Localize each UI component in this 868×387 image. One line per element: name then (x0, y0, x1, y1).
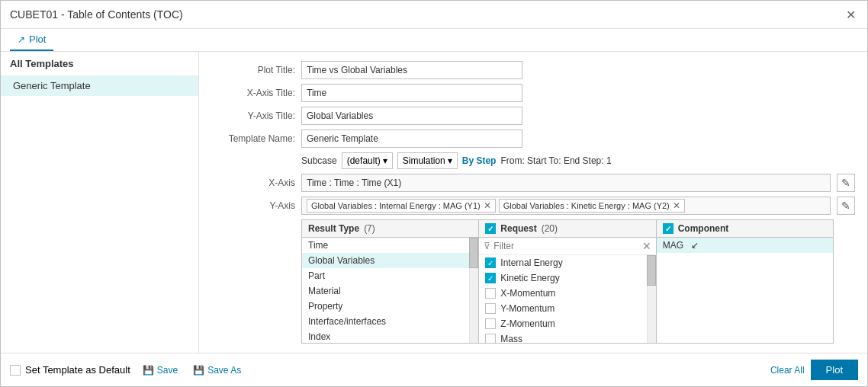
footer-row: Set Template as Default 💾 Save 💾 Save As… (1, 353, 867, 386)
yaxis-title-row: Y-Axis Title: (211, 107, 855, 125)
template-name-input[interactable] (301, 130, 522, 148)
result-type-item-time[interactable]: Time (302, 238, 478, 253)
xaxis-row: X-Axis Time : Time : Time (X1) ✎ (211, 174, 855, 192)
xaxis-value-box: Time : Time : Time (X1) (301, 174, 831, 192)
request-item-x-momentum[interactable]: X-Momentum (479, 286, 655, 301)
yaxis-label: Y-Axis (211, 200, 295, 211)
yaxis-row: Y-Axis Global Variables : Internal Energ… (211, 197, 855, 215)
request-list: Internal Energy Kinetic Energy X-Momentu… (479, 255, 655, 343)
from-step-label: From: Start To: End Step: 1 (500, 155, 611, 166)
template-name-label: Template Name: (211, 133, 295, 144)
set-default-row: Set Template as Default (10, 364, 130, 376)
xaxis-label: X-Axis (211, 178, 295, 188)
internal-energy-checkbox[interactable] (485, 257, 496, 268)
y-momentum-checkbox[interactable] (485, 303, 496, 314)
result-type-item-property[interactable]: Property (302, 299, 478, 314)
request-item-mass[interactable]: Mass (479, 331, 655, 343)
yaxis-edit-button[interactable]: ✎ (837, 197, 855, 215)
dialog-title: CUBET01 - Table of Contents (TOC) (10, 8, 183, 21)
footer-right: Clear All Plot (770, 360, 858, 380)
chevron-down-icon: ▾ (383, 155, 387, 166)
xaxis-title-label: X-Axis Title: (211, 88, 295, 98)
z-momentum-checkbox[interactable] (485, 318, 496, 329)
tab-plot-label: Plot (29, 34, 46, 45)
subcase-label: Subcase (301, 155, 337, 166)
lists-row: Result Type (7) Time Global Variables Pa… (301, 219, 834, 344)
xaxis-value: Time : Time : Time (X1) (307, 178, 401, 188)
request-item-internal-energy[interactable]: Internal Energy (479, 255, 655, 270)
template-name-row: Template Name: (211, 130, 855, 148)
sidebar: All Templates Generic Template (1, 52, 199, 353)
request-panel: Request (20) ⊽ ✕ Internal Energy (479, 220, 656, 343)
request-count: (20) (542, 223, 558, 234)
yaxis-tag-y2-close[interactable]: ✕ (673, 200, 680, 211)
component-title: Component (678, 223, 729, 234)
result-type-item-interface-interfaces[interactable]: Interface/interfaces (302, 314, 478, 329)
request-item-y-momentum[interactable]: Y-Momentum (479, 301, 655, 316)
subcase-row: Subcase (default) ▾ Simulation ▾ By Step… (301, 152, 855, 169)
result-type-item-index[interactable]: Index (302, 329, 478, 343)
content-area: All Templates Generic Template Plot Titl… (1, 52, 867, 353)
dialog-titlebar: CUBET01 - Table of Contents (TOC) ✕ (1, 1, 867, 29)
yaxis-tag-y1: Global Variables : Internal Energy : MAG… (307, 199, 496, 213)
result-type-item-global-variables[interactable]: Global Variables (302, 253, 478, 268)
footer-left: Set Template as Default 💾 Save 💾 Save As (10, 363, 244, 377)
xaxis-title-row: X-Axis Title: (211, 84, 855, 102)
component-select-all-checkbox[interactable] (663, 223, 674, 234)
result-type-item-material[interactable]: Material (302, 283, 478, 299)
component-list: MAG ↙ (657, 238, 833, 343)
yaxis-tag-y2: Global Variables : Kinetic Energy : MAG … (499, 199, 685, 213)
component-panel: Component MAG ↙ (657, 220, 833, 343)
kinetic-energy-checkbox[interactable] (485, 273, 496, 283)
subcase-dropdown[interactable]: (default) ▾ (342, 152, 393, 169)
cursor-icon: ↙ (691, 240, 699, 251)
set-default-checkbox[interactable] (10, 365, 21, 376)
save-icon: 💾 (143, 365, 154, 376)
yaxis-tag-y2-label: Global Variables : Kinetic Energy : MAG … (503, 201, 670, 210)
plot-title-row: Plot Title: (211, 61, 855, 79)
yaxis-tag-y1-close[interactable]: ✕ (484, 200, 491, 211)
yaxis-title-input[interactable] (301, 107, 522, 125)
result-type-panel: Result Type (7) Time Global Variables Pa… (302, 220, 479, 343)
component-item-mag[interactable]: MAG ↙ (657, 238, 833, 253)
mass-checkbox[interactable] (485, 334, 496, 343)
tab-bar: ↗ Plot (1, 29, 867, 52)
set-default-label: Set Template as Default (25, 364, 130, 376)
result-type-header: Result Type (7) (302, 220, 478, 238)
sidebar-item-generic-template[interactable]: Generic Template (1, 75, 198, 96)
simulation-dropdown[interactable]: Simulation ▾ (397, 152, 458, 169)
request-title: Request (500, 223, 536, 234)
result-type-count: (7) (364, 223, 375, 234)
xaxis-edit-button[interactable]: ✎ (837, 174, 855, 192)
plot-title-label: Plot Title: (211, 65, 295, 75)
plot-title-input[interactable] (301, 61, 522, 79)
request-item-z-momentum[interactable]: Z-Momentum (479, 316, 655, 331)
component-header: Component (657, 220, 833, 238)
result-type-title: Result Type (308, 223, 359, 234)
plot-button[interactable]: Plot (811, 360, 858, 380)
main-panel: Plot Title: X-Axis Title: Y-Axis Title: … (199, 52, 867, 353)
result-type-list: Time Global Variables Part Material Prop (302, 238, 478, 343)
yaxis-title-label: Y-Axis Title: (211, 110, 295, 121)
request-item-kinetic-energy[interactable]: Kinetic Energy (479, 270, 655, 286)
x-momentum-checkbox[interactable] (485, 288, 496, 299)
tab-plot[interactable]: ↗ Plot (10, 29, 53, 51)
sidebar-header: All Templates (1, 52, 198, 75)
save-button[interactable]: 💾 Save (140, 363, 181, 377)
result-type-item-part[interactable]: Part (302, 268, 478, 283)
yaxis-tag-y1-label: Global Variables : Internal Energy : MAG… (311, 201, 481, 210)
save-as-button[interactable]: 💾 Save As (190, 363, 244, 377)
filter-icon: ⊽ (484, 241, 490, 251)
filter-input[interactable] (493, 241, 638, 251)
filter-clear-button[interactable]: ✕ (642, 240, 651, 252)
close-button[interactable]: ✕ (843, 7, 858, 22)
yaxis-value-box: Global Variables : Internal Energy : MAG… (301, 197, 831, 215)
xaxis-title-input[interactable] (301, 84, 522, 102)
save-as-icon: 💾 (193, 365, 204, 376)
request-select-all-checkbox[interactable] (485, 223, 496, 234)
clear-all-button[interactable]: Clear All (770, 365, 805, 376)
chevron-down-icon: ▾ (448, 155, 452, 166)
by-step-label: By Step (462, 155, 497, 166)
filter-row: ⊽ ✕ (479, 238, 655, 255)
plot-tab-icon: ↗ (18, 34, 25, 45)
